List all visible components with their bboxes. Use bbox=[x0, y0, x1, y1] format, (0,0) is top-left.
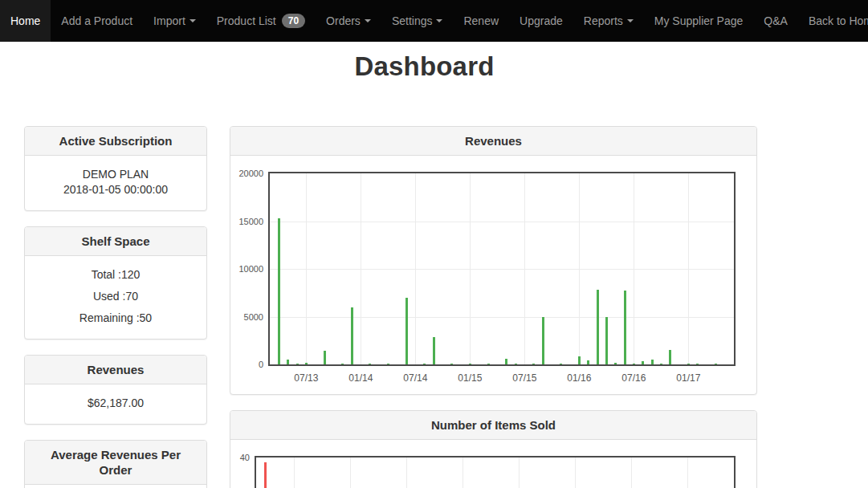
gridline bbox=[631, 458, 632, 488]
nav-item-home[interactable]: Home bbox=[0, 0, 51, 42]
x-axis-label: 07/16 bbox=[609, 373, 658, 384]
bar bbox=[578, 356, 581, 364]
card-shelf-space: Shelf SpaceTotal :120Used :70Remaining :… bbox=[24, 226, 207, 340]
card-body: DEMO PLAN2018-01-05 00:00:00 bbox=[25, 156, 206, 210]
navbar: HomeAdd a ProductImportProduct List70Ord… bbox=[0, 0, 868, 42]
gridline bbox=[270, 317, 734, 318]
revenues-chart-panel: Revenues 0500010000150002000007/1301/140… bbox=[230, 126, 757, 395]
gridline bbox=[350, 458, 351, 488]
card-line: 2018-01-05 00:00:00 bbox=[33, 182, 198, 197]
bar bbox=[505, 359, 507, 364]
bar bbox=[560, 364, 562, 364]
nav-item-label: Settings bbox=[392, 14, 433, 27]
bar bbox=[605, 317, 608, 365]
gridline bbox=[688, 173, 689, 364]
gridline bbox=[687, 458, 688, 488]
bar bbox=[369, 364, 371, 364]
x-axis-label: 07/13 bbox=[282, 373, 330, 384]
card-body: $62,187.00 bbox=[25, 384, 206, 424]
card-revenues-total: Revenues$62,187.00 bbox=[24, 355, 207, 425]
bar bbox=[287, 360, 289, 364]
bar bbox=[660, 364, 662, 364]
nav-item-add-a-product[interactable]: Add a Product bbox=[51, 0, 143, 42]
revenues-chart-title: Revenues bbox=[230, 127, 756, 156]
bar bbox=[341, 364, 344, 364]
bar bbox=[651, 360, 654, 364]
bar bbox=[305, 363, 308, 364]
y-axis-label: 10000 bbox=[230, 264, 263, 274]
card-line: $62,187.00 bbox=[33, 396, 198, 411]
revenues-chart: 0500010000150002000007/1301/1407/1401/15… bbox=[230, 156, 756, 394]
gridline bbox=[524, 173, 525, 364]
summary-cards-column: Active SubscriptionDEMO PLAN2018-01-05 0… bbox=[24, 126, 207, 488]
bar bbox=[264, 462, 267, 488]
gridline bbox=[579, 173, 580, 364]
nav-item-reports[interactable]: Reports bbox=[573, 0, 644, 42]
x-axis-label: 01/16 bbox=[555, 373, 603, 384]
bar bbox=[715, 364, 717, 364]
bar bbox=[614, 363, 617, 364]
nav-item-import[interactable]: Import bbox=[143, 0, 206, 42]
page-title: Dashboard bbox=[0, 51, 849, 82]
card-line: Used :70 bbox=[33, 289, 198, 304]
y-axis-label: 5000 bbox=[230, 312, 263, 322]
y-axis-label: 20000 bbox=[230, 169, 263, 178]
bar bbox=[696, 364, 699, 364]
card-body: Total :120Used :70Remaining :50 bbox=[25, 256, 206, 339]
nav-item-qa[interactable]: Q&A bbox=[753, 0, 798, 42]
nav-item-label: Product List bbox=[217, 14, 276, 27]
bar bbox=[687, 364, 690, 364]
card-average-revenues: Average Revenues Per Order$1,776.77 bbox=[24, 440, 207, 488]
bar bbox=[633, 364, 635, 364]
card-title: Shelf Space bbox=[25, 227, 206, 256]
card-line: DEMO PLAN bbox=[33, 167, 198, 182]
main-content: Active SubscriptionDEMO PLAN2018-01-05 0… bbox=[24, 126, 757, 488]
gridline bbox=[470, 173, 471, 364]
caret-down-icon bbox=[365, 19, 371, 22]
nav-item-label: My Supplier Page bbox=[654, 14, 744, 27]
nav-item-product-list[interactable]: Product List70 bbox=[206, 0, 316, 42]
card-line: Total :120 bbox=[33, 267, 198, 283]
bar bbox=[296, 364, 299, 364]
bar bbox=[387, 364, 389, 364]
nav-item-settings[interactable]: Settings bbox=[381, 0, 454, 42]
card-title: Average Revenues Per Order bbox=[25, 441, 206, 485]
bar bbox=[515, 364, 517, 364]
nav-item-label: Import bbox=[153, 14, 185, 27]
nav-item-label: Upgrade bbox=[520, 14, 563, 27]
bar bbox=[487, 364, 490, 364]
gridline bbox=[519, 458, 520, 488]
card-active-subscription: Active SubscriptionDEMO PLAN2018-01-05 0… bbox=[24, 126, 207, 211]
nav-item-my-supplier-page[interactable]: My Supplier Page bbox=[644, 0, 754, 42]
x-axis-label: 07/15 bbox=[500, 373, 548, 384]
nav-item-label: Renew bbox=[463, 14, 499, 27]
plot-area bbox=[268, 172, 736, 366]
product-count-badge: 70 bbox=[282, 14, 305, 28]
gridline bbox=[270, 222, 734, 222]
bar bbox=[542, 317, 544, 365]
nav-item-label: Add a Product bbox=[61, 14, 132, 27]
bar bbox=[624, 291, 626, 364]
items-sold-chart: 01020304007/1301/1407/1401/1507/1501/160… bbox=[230, 440, 756, 488]
gridline bbox=[463, 458, 463, 488]
gridline bbox=[406, 458, 407, 488]
nav-item-label: Reports bbox=[584, 14, 623, 27]
nav-item-label: Orders bbox=[326, 14, 361, 27]
x-axis-label: 01/14 bbox=[336, 373, 385, 384]
items-sold-chart-panel: Number of Items Sold 01020304007/1301/14… bbox=[230, 410, 757, 488]
x-axis-label: 01/17 bbox=[664, 373, 712, 384]
nav-item-back-to-home-page[interactable]: Back to Home Page bbox=[798, 0, 868, 42]
bar bbox=[597, 290, 599, 364]
nav-item-upgrade[interactable]: Upgrade bbox=[509, 0, 573, 42]
nav-item-label: Home bbox=[10, 14, 40, 27]
caret-down-icon bbox=[627, 19, 634, 22]
bar bbox=[469, 364, 471, 364]
nav-item-label: Q&A bbox=[764, 14, 788, 27]
gridline bbox=[294, 458, 295, 488]
y-axis-label: 15000 bbox=[230, 217, 263, 226]
plot-area bbox=[255, 456, 736, 488]
nav-item-renew[interactable]: Renew bbox=[453, 0, 509, 42]
nav-item-orders[interactable]: Orders bbox=[316, 0, 381, 42]
bar bbox=[405, 298, 408, 364]
card-title: Revenues bbox=[25, 356, 206, 384]
